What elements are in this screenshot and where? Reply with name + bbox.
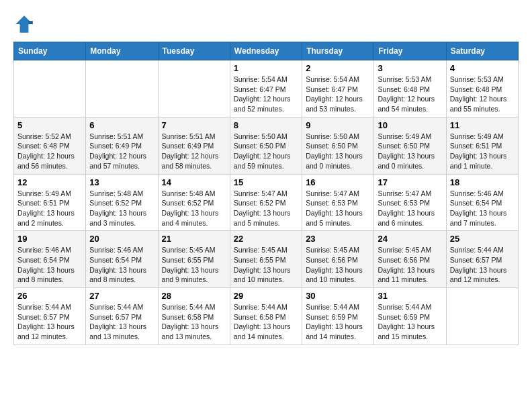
header-day-monday: Monday [86,42,158,60]
sunset-text: Sunset: 6:55 PM [162,255,226,265]
day-number: 13 [89,177,154,187]
sunset-text: Sunset: 6:52 PM [162,198,226,208]
day-number: 1 [234,63,298,73]
daylight-text: Daylight: 13 hours and 3 minutes. [89,208,154,228]
day-cell: 26Sunrise: 5:44 AMSunset: 6:57 PMDayligh… [14,288,86,345]
header-day-tuesday: Tuesday [158,42,230,60]
week-row-5: 26Sunrise: 5:44 AMSunset: 6:57 PMDayligh… [14,288,519,345]
day-cell: 1Sunrise: 5:54 AMSunset: 6:47 PMDaylight… [230,60,302,118]
sunrise-text: Sunrise: 5:47 AM [378,189,442,199]
day-cell: 15Sunrise: 5:47 AMSunset: 6:52 PMDayligh… [230,174,302,231]
day-number: 30 [306,291,370,301]
daylight-text: Daylight: 12 hours and 54 minutes. [378,94,442,113]
header-day-thursday: Thursday [302,42,374,60]
daylight-text: Daylight: 13 hours and 12 minutes. [17,322,82,341]
sunrise-text: Sunrise: 5:46 AM [450,189,515,199]
sunrise-text: Sunrise: 5:49 AM [450,132,515,142]
day-info: Sunrise: 5:49 AMSunset: 6:50 PMDaylight:… [378,132,442,171]
day-info: Sunrise: 5:44 AMSunset: 6:58 PMDaylight:… [234,302,298,342]
day-cell: 22Sunrise: 5:45 AMSunset: 6:55 PMDayligh… [230,231,302,288]
sunrise-text: Sunrise: 5:44 AM [234,302,298,312]
sunrise-text: Sunrise: 5:50 AM [234,132,298,142]
header-day-wednesday: Wednesday [230,42,302,60]
day-number: 12 [17,177,82,187]
sunset-text: Sunset: 6:50 PM [378,141,442,151]
sunrise-text: Sunrise: 5:48 AM [162,189,226,199]
daylight-text: Daylight: 13 hours and 6 minutes. [378,208,442,228]
sunrise-text: Sunrise: 5:48 AM [89,189,154,199]
day-info: Sunrise: 5:54 AMSunset: 6:47 PMDaylight:… [306,75,370,114]
daylight-text: Daylight: 13 hours and 5 minutes. [306,208,370,228]
day-info: Sunrise: 5:45 AMSunset: 6:56 PMDaylight:… [306,245,370,285]
day-cell: 18Sunrise: 5:46 AMSunset: 6:54 PMDayligh… [446,174,518,231]
sunset-text: Sunset: 6:48 PM [17,141,82,151]
day-info: Sunrise: 5:46 AMSunset: 6:54 PMDaylight:… [17,245,82,285]
day-info: Sunrise: 5:48 AMSunset: 6:52 PMDaylight:… [162,189,226,228]
day-info: Sunrise: 5:50 AMSunset: 6:50 PMDaylight:… [306,132,370,171]
week-row-4: 19Sunrise: 5:46 AMSunset: 6:54 PMDayligh… [14,231,519,288]
day-number: 6 [89,120,154,130]
logo [13,13,38,35]
day-cell: 21Sunrise: 5:45 AMSunset: 6:55 PMDayligh… [158,231,230,288]
daylight-text: Daylight: 13 hours and 8 minutes. [17,265,82,285]
sunrise-text: Sunrise: 5:44 AM [89,302,154,312]
day-cell: 25Sunrise: 5:44 AMSunset: 6:57 PMDayligh… [446,231,518,288]
day-number: 4 [450,63,515,73]
page-header [13,13,519,35]
sunset-text: Sunset: 6:54 PM [89,255,154,265]
sunset-text: Sunset: 6:57 PM [17,312,82,322]
daylight-text: Daylight: 13 hours and 11 minutes. [378,265,442,285]
sunrise-text: Sunrise: 5:47 AM [234,189,298,199]
sunset-text: Sunset: 6:49 PM [162,141,226,151]
week-row-3: 12Sunrise: 5:49 AMSunset: 6:51 PMDayligh… [14,174,519,231]
daylight-text: Daylight: 13 hours and 1 minute. [450,151,515,171]
header-day-sunday: Sunday [14,42,86,60]
sunrise-text: Sunrise: 5:54 AM [306,75,370,85]
sunrise-text: Sunrise: 5:45 AM [306,245,370,255]
daylight-text: Daylight: 13 hours and 10 minutes. [234,265,298,285]
day-number: 2 [306,63,370,73]
sunset-text: Sunset: 6:47 PM [306,85,370,95]
day-info: Sunrise: 5:44 AMSunset: 6:57 PMDaylight:… [450,245,515,285]
day-cell: 2Sunrise: 5:54 AMSunset: 6:47 PMDaylight… [302,60,374,118]
day-info: Sunrise: 5:54 AMSunset: 6:47 PMDaylight:… [234,75,298,114]
header-day-friday: Friday [374,42,446,60]
day-cell: 13Sunrise: 5:48 AMSunset: 6:52 PMDayligh… [86,174,158,231]
day-cell: 20Sunrise: 5:46 AMSunset: 6:54 PMDayligh… [86,231,158,288]
daylight-text: Daylight: 13 hours and 5 minutes. [234,208,298,228]
day-number: 17 [378,177,442,187]
day-cell: 7Sunrise: 5:51 AMSunset: 6:49 PMDaylight… [158,117,230,174]
day-number: 26 [17,291,82,301]
daylight-text: Daylight: 13 hours and 9 minutes. [162,265,226,285]
sunset-text: Sunset: 6:49 PM [89,141,154,151]
sunrise-text: Sunrise: 5:51 AM [89,132,154,142]
day-number: 16 [306,177,370,187]
sunset-text: Sunset: 6:50 PM [306,141,370,151]
day-number: 14 [162,177,226,187]
day-number: 27 [89,291,154,301]
svg-marker-1 [28,21,32,24]
day-info: Sunrise: 5:44 AMSunset: 6:57 PMDaylight:… [17,302,82,342]
day-info: Sunrise: 5:44 AMSunset: 6:57 PMDaylight:… [89,302,154,342]
day-info: Sunrise: 5:47 AMSunset: 6:53 PMDaylight:… [306,189,370,228]
day-cell [86,60,158,118]
day-cell: 6Sunrise: 5:51 AMSunset: 6:49 PMDaylight… [86,117,158,174]
sunset-text: Sunset: 6:59 PM [306,312,370,322]
day-info: Sunrise: 5:53 AMSunset: 6:48 PMDaylight:… [378,75,442,114]
sunrise-text: Sunrise: 5:45 AM [378,245,442,255]
sunrise-text: Sunrise: 5:52 AM [17,132,82,142]
sunset-text: Sunset: 6:48 PM [450,85,515,95]
day-info: Sunrise: 5:49 AMSunset: 6:51 PMDaylight:… [17,189,82,228]
sunset-text: Sunset: 6:47 PM [234,85,298,95]
day-number: 10 [378,120,442,130]
day-info: Sunrise: 5:45 AMSunset: 6:55 PMDaylight:… [234,245,298,285]
daylight-text: Daylight: 13 hours and 13 minutes. [162,322,226,341]
day-cell: 4Sunrise: 5:53 AMSunset: 6:48 PMDaylight… [446,60,518,118]
day-cell: 3Sunrise: 5:53 AMSunset: 6:48 PMDaylight… [374,60,446,118]
day-number: 22 [234,234,298,244]
calendar-table: SundayMondayTuesdayWednesdayThursdayFrid… [13,42,519,345]
sunset-text: Sunset: 6:50 PM [234,141,298,151]
sunset-text: Sunset: 6:56 PM [306,255,370,265]
day-info: Sunrise: 5:44 AMSunset: 6:59 PMDaylight:… [306,302,370,342]
sunset-text: Sunset: 6:53 PM [378,198,442,208]
